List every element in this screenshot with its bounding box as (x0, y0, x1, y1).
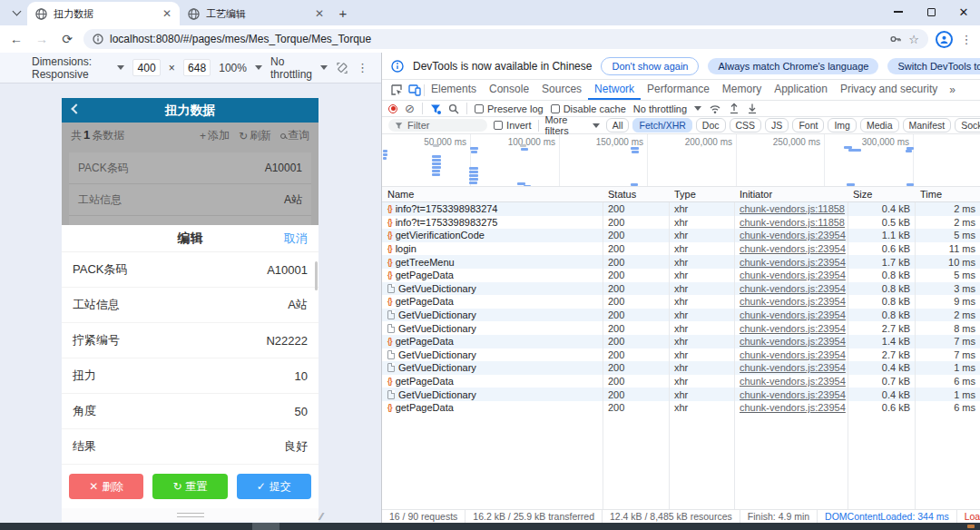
close-window-button[interactable]: ✕ (947, 0, 980, 24)
new-tab-button[interactable]: + (332, 2, 354, 24)
initiator-link[interactable]: chunk-vendors.js:23954 (740, 257, 846, 268)
form-row[interactable]: 扭力10 (62, 358, 318, 394)
request-row[interactable]: {}login200xhrchunk-vendors.js:239540.6 k… (382, 242, 980, 256)
reset-button[interactable]: ↻重置 (152, 474, 227, 499)
submit-button[interactable]: ✓提交 (237, 474, 311, 499)
address-bar[interactable]: localhost:8080/#/pages/mes/Mes_Torque/Me… (83, 29, 928, 49)
initiator-link[interactable]: chunk-vendors.js:23954 (740, 362, 846, 373)
os-taskbar[interactable] (0, 523, 980, 530)
request-row[interactable]: GetVueDictionary200xhrchunk-vendors.js:2… (382, 282, 980, 296)
request-row[interactable]: GetVueDictionary200xhrchunk-vendors.js:2… (382, 309, 980, 322)
tab-search-button[interactable] (5, 2, 27, 24)
initiator-link[interactable]: chunk-vendors.js:11858 (740, 203, 845, 214)
invert-checkbox[interactable]: Invert (494, 120, 532, 131)
initiator-link[interactable]: chunk-vendors.js:23954 (740, 336, 846, 347)
initiator-link[interactable]: chunk-vendors.js:23954 (740, 376, 846, 387)
initiator-link[interactable]: chunk-vendors.js:23954 (740, 243, 846, 254)
disable-cache-checkbox[interactable]: Disable cache (551, 103, 626, 114)
request-row[interactable]: {}info?t=1753398983274200xhrchunk-vendor… (382, 202, 980, 216)
list-item[interactable]: 工站信息A站 (69, 184, 311, 216)
tab-close-icon[interactable]: ✕ (315, 7, 324, 20)
cancel-link[interactable]: 取消 (284, 231, 308, 247)
import-har-icon[interactable] (729, 103, 740, 114)
column-divider[interactable] (915, 187, 916, 509)
request-row[interactable]: GetVueDictionary200xhrchunk-vendors.js:2… (382, 361, 980, 375)
back-chevron-icon[interactable] (71, 103, 81, 113)
initiator-link[interactable]: chunk-vendors.js:23954 (740, 323, 846, 334)
column-header-size[interactable]: Size (848, 189, 915, 200)
filter-pill-font[interactable]: Font (792, 118, 824, 132)
taskbar-app-segment[interactable] (252, 523, 279, 530)
clear-network-log-icon[interactable]: ⊘ (405, 103, 415, 114)
devtools-tab-privacy-and-security[interactable]: Privacy and security (834, 80, 944, 100)
network-overview-timeline[interactable]: 50,000 ms100,000 ms150,000 ms200,000 ms2… (382, 134, 980, 187)
initiator-link[interactable]: chunk-vendors.js:23954 (740, 349, 846, 360)
request-row[interactable]: {}getVierificationCode200xhrchunk-vendor… (382, 229, 980, 242)
form-row[interactable]: 结果良好 (62, 429, 318, 465)
form-row[interactable]: 角度50 (62, 394, 318, 429)
initiator-link[interactable]: chunk-vendors.js:23954 (740, 296, 846, 307)
column-header-initiator[interactable]: Initiator (734, 189, 848, 200)
column-divider[interactable] (734, 187, 735, 509)
width-input[interactable]: 400 (132, 59, 160, 76)
devtools-tab-application[interactable]: Application (768, 80, 834, 100)
maximize-button[interactable] (915, 0, 947, 24)
refresh-button[interactable]: ↻刷新 (239, 128, 271, 143)
dimensions-select[interactable]: Dimensions: Responsive (32, 55, 109, 81)
request-row[interactable]: GetVueDictionary200xhrchunk-vendors.js:2… (382, 348, 980, 362)
password-key-icon[interactable] (889, 33, 902, 45)
minimize-button[interactable] (882, 0, 915, 24)
reload-button[interactable]: ⟳ (58, 32, 76, 46)
form-row[interactable]: 工站信息A站 (62, 288, 318, 323)
back-button[interactable]: ← (7, 32, 25, 46)
export-har-icon[interactable] (747, 103, 758, 114)
search-button[interactable]: 查询 (280, 128, 309, 143)
filter-pill-manifest[interactable]: Manifest (903, 118, 952, 132)
list-item[interactable]: PACK条码A10001 (69, 152, 311, 184)
rotate-device-icon[interactable] (336, 62, 348, 74)
filter-pill-doc[interactable]: Doc (696, 118, 726, 132)
initiator-link[interactable]: chunk-vendors.js:23954 (740, 389, 846, 400)
initiator-link[interactable]: chunk-vendors.js:23954 (740, 270, 846, 280)
browser-tab-inactive[interactable]: 工艺编辑 ✕ (180, 2, 332, 25)
network-throttling-select[interactable]: No throttling (633, 103, 687, 114)
match-language-button[interactable]: Always match Chrome's language (708, 58, 878, 74)
column-divider[interactable] (669, 187, 670, 509)
initiator-link[interactable]: chunk-vendors.js:23954 (740, 402, 846, 413)
column-header-time[interactable]: Time (915, 189, 980, 200)
device-toolbar-menu[interactable]: ⋮ (357, 61, 368, 74)
initiator-link[interactable]: chunk-vendors.js:23954 (740, 309, 846, 320)
request-row[interactable]: {}getTreeMenu200xhrchunk-vendors.js:2395… (382, 255, 980, 269)
form-row[interactable]: 拧紧编号N22222 (62, 323, 318, 358)
request-row[interactable]: {}getPageData200xhrchunk-vendors.js:2395… (382, 401, 980, 415)
request-row[interactable]: GetVueDictionary200xhrchunk-vendors.js:2… (382, 321, 980, 335)
bookmark-star-icon[interactable]: ☆ (908, 33, 919, 46)
filter-pill-socket[interactable]: Socket (955, 118, 980, 132)
request-row[interactable]: {}getPageData200xhrchunk-vendors.js:2395… (382, 375, 980, 388)
column-header-type[interactable]: Type (669, 189, 734, 200)
preserve-log-checkbox[interactable]: Preserve log (475, 103, 544, 114)
devtools-tab-sources[interactable]: Sources (535, 80, 588, 100)
forward-button[interactable]: → (33, 32, 51, 46)
column-header-name[interactable]: Name (382, 189, 603, 200)
inspect-element-icon[interactable] (387, 83, 406, 96)
device-toolbar-toggle-icon[interactable] (406, 83, 424, 96)
drag-handle[interactable] (177, 513, 204, 517)
more-filters-button[interactable]: More filters (544, 114, 585, 136)
column-divider[interactable] (603, 187, 603, 509)
page-info-icon[interactable] (93, 34, 103, 44)
devtools-tab-performance[interactable]: Performance (641, 80, 716, 100)
initiator-link[interactable]: chunk-vendors.js:23954 (740, 283, 846, 294)
request-row[interactable]: {}getPageData200xhrchunk-vendors.js:2395… (382, 269, 980, 282)
zoom-select[interactable]: 100% (219, 62, 247, 74)
height-input[interactable]: 648 (183, 59, 211, 76)
request-row[interactable]: {}info?t=1753398983275200xhrchunk-vendor… (382, 216, 980, 230)
record-network-log-button[interactable] (388, 104, 397, 113)
list-item[interactable]: 拧紧编号N22222 (69, 216, 311, 225)
request-row[interactable]: GetVueDictionary200xhrchunk-vendors.js:2… (382, 388, 980, 401)
request-row[interactable]: {}getPageData200xhrchunk-vendors.js:2395… (382, 335, 980, 348)
filter-input[interactable]: Filter (388, 119, 487, 132)
filter-pill-js[interactable]: JS (765, 118, 789, 132)
tab-close-icon[interactable]: ✕ (162, 7, 172, 20)
browser-menu-button[interactable]: ⋮ (960, 33, 973, 46)
